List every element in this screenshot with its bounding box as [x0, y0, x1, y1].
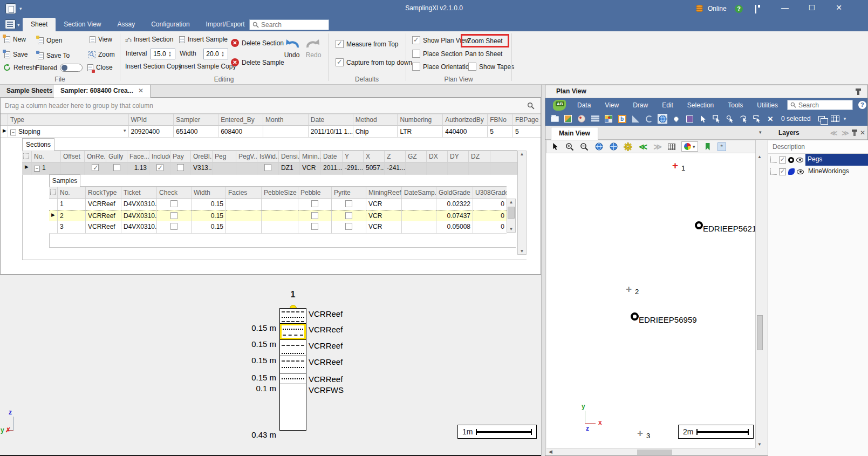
cell-method[interactable]: Chip: [353, 126, 398, 138]
view-button[interactable]: View: [90, 36, 112, 43]
cell-type[interactable]: −Stoping▾: [8, 126, 129, 138]
menu-utilities[interactable]: Utilities: [750, 101, 785, 109]
samples-scrollbar[interactable]: ▲ ▼: [507, 199, 516, 233]
menu-tools[interactable]: Tools: [721, 101, 750, 109]
layer-item-pegs[interactable]: Pegs: [768, 154, 868, 166]
checkbox-icon[interactable]: [336, 40, 344, 48]
cell-gold-grade[interactable]: 0.05008: [436, 221, 473, 234]
cursor-icon[interactable]: [550, 142, 560, 152]
cell-sampler[interactable]: 651400: [174, 126, 218, 138]
sample-row[interactable]: 1 VCRReef D4VX0310... 0.15 VCR 0.02322 0: [49, 199, 507, 211]
open-button[interactable]: Open: [38, 37, 62, 44]
cell-pebble-size[interactable]: [262, 199, 298, 211]
scroll-down-icon[interactable]: ▼: [756, 442, 763, 447]
sample-column[interactable]: [279, 308, 306, 431]
insert-sample-button[interactable]: Insert Sample: [179, 36, 228, 43]
tab-section-view[interactable]: Section View: [56, 18, 109, 31]
layers-pin-icon[interactable]: [853, 130, 856, 136]
bing-maps-icon[interactable]: b: [617, 114, 627, 124]
column-header[interactable]: DY: [448, 151, 469, 162]
delete-sample-button[interactable]: ✕Delete Sample: [231, 58, 284, 66]
segment-1[interactable]: [279, 308, 306, 324]
help-icon[interactable]: ?: [735, 5, 743, 13]
zoom-out-icon[interactable]: [579, 142, 589, 152]
refresh-button[interactable]: Refresh: [3, 64, 36, 71]
checkbox-icon[interactable]: [311, 200, 318, 207]
cell-pay[interactable]: [170, 162, 191, 175]
previous-view-icon[interactable]: ≪: [638, 142, 647, 152]
legend-picker[interactable]: ▾: [681, 141, 698, 152]
column-header[interactable]: AuthorizedBy: [443, 114, 488, 126]
cell-include[interactable]: [149, 162, 170, 175]
cell-dy[interactable]: [448, 162, 469, 175]
cell-no[interactable]: 1: [58, 199, 86, 211]
plan-search-input[interactable]: [798, 101, 850, 109]
select-zoom-icon[interactable]: [725, 114, 735, 124]
tab-close-icon[interactable]: ✕: [135, 87, 143, 94]
sheet-row[interactable]: ▶ −Stoping▾ 20920400 651400 608400 2011/…: [1, 126, 541, 138]
grid-toggle-icon[interactable]: [667, 142, 676, 152]
column-header[interactable]: No.: [58, 187, 86, 199]
column-header[interactable]: DZ: [469, 151, 490, 162]
cell-facies[interactable]: [226, 199, 262, 211]
tab-sections[interactable]: Sections: [22, 138, 54, 151]
column-header[interactable]: Densi...: [279, 151, 300, 162]
cell-mining-reef[interactable]: VCR: [366, 199, 402, 211]
column-header[interactable]: FBNo: [488, 114, 513, 126]
column-header[interactable]: Pebble: [298, 187, 332, 199]
collapse-icon[interactable]: −: [34, 166, 40, 172]
scroll-up-icon[interactable]: ▲: [518, 152, 526, 156]
column-header[interactable]: Pyrite: [332, 187, 366, 199]
insert-section-button[interactable]: ₁₂⁺₃Insert Section: [125, 36, 173, 43]
cell-face[interactable]: 1.13: [127, 162, 149, 175]
checkbox-icon[interactable]: [345, 200, 352, 207]
column-header[interactable]: Date: [309, 114, 353, 126]
survey-cross-1-icon[interactable]: +: [672, 160, 678, 171]
layer-item-mineworkings[interactable]: MineWorkings: [768, 166, 868, 178]
main-menu-icon[interactable]: [5, 19, 16, 29]
measure-icon[interactable]: [631, 114, 640, 124]
bookmark-icon[interactable]: [703, 142, 713, 152]
width-stepper[interactable]: ▲▼: [203, 49, 228, 59]
scroll-up-icon[interactable]: ▲: [507, 200, 515, 205]
cell-offset[interactable]: [61, 162, 85, 175]
cell-wpid[interactable]: 20920400: [129, 126, 174, 138]
width-input[interactable]: [204, 50, 221, 58]
column-header[interactable]: Offset: [61, 151, 85, 162]
column-header[interactable]: Month: [263, 114, 309, 126]
filtered-toggle-switch[interactable]: [60, 64, 83, 72]
checkbox-icon[interactable]: [345, 223, 352, 230]
cell-date[interactable]: 2011/10/11 1...: [309, 126, 353, 138]
scroll-down-icon[interactable]: ▼: [507, 227, 515, 232]
column-header[interactable]: WPId: [129, 114, 174, 126]
column-header[interactable]: Pay: [170, 151, 191, 162]
checkbox-icon[interactable]: [412, 63, 420, 71]
checkbox-icon[interactable]: [412, 36, 420, 44]
layers-column-header[interactable]: Description: [768, 140, 868, 154]
tab-sampler[interactable]: Sampler: 608400 Crea... ✕: [54, 85, 151, 98]
measure-from-top-checkbox[interactable]: Measure from Top: [336, 40, 399, 48]
cell-mining-reef[interactable]: VCR: [366, 221, 402, 234]
canvas-hscrollbar[interactable]: ◀: [546, 448, 755, 455]
column-header[interactable]: OnRe...: [85, 151, 106, 162]
insert-section-copy-button[interactable]: Insert Section Copy: [125, 63, 182, 70]
scrollbar-thumb[interactable]: [637, 450, 672, 455]
sample-row[interactable]: 3 VCRReef D4VX0310... 0.15 VCR 0.05008 0: [49, 221, 507, 234]
menu-edit[interactable]: Edit: [655, 101, 680, 109]
place-section-checkbox[interactable]: Place Section: [412, 50, 462, 58]
scroll-up-icon[interactable]: ▲: [756, 154, 763, 159]
cell-iswidth[interactable]: [257, 162, 279, 175]
layer-checkbox-icon[interactable]: [779, 156, 786, 164]
checkbox-icon[interactable]: [113, 164, 120, 171]
layer-name[interactable]: Pegs: [805, 154, 868, 166]
cell-gully[interactable]: [106, 162, 127, 175]
layers-icon[interactable]: [590, 114, 600, 124]
expand-all-icon[interactable]: [22, 151, 32, 162]
column-header[interactable]: Numbering: [398, 114, 443, 126]
cell-rock-type[interactable]: VCRReef: [86, 221, 121, 234]
scroll-left-icon[interactable]: ◀: [546, 449, 552, 454]
checkbox-icon[interactable]: [412, 50, 420, 58]
panel-splitter[interactable]: [541, 85, 545, 456]
segment-6[interactable]: [279, 384, 306, 431]
menu-selection[interactable]: Selection: [680, 101, 721, 109]
